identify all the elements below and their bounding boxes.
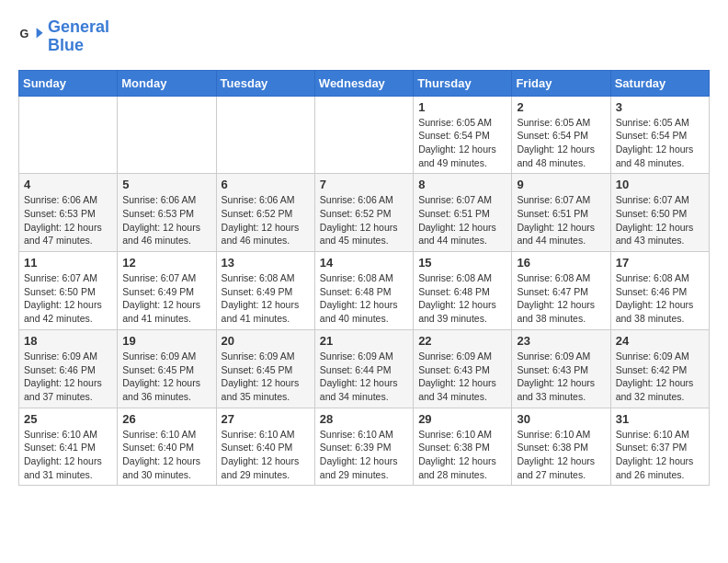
day-number: 1 [418,100,506,114]
day-info: Sunrise: 6:10 AM Sunset: 6:37 PM Dayligh… [616,428,704,482]
calendar-cell: 2Sunrise: 6:05 AM Sunset: 6:54 PM Daylig… [512,96,610,174]
day-info: Sunrise: 6:10 AM Sunset: 6:39 PM Dayligh… [320,428,408,482]
svg-text:G: G [19,28,28,40]
day-info: Sunrise: 6:07 AM Sunset: 6:50 PM Dayligh… [24,271,112,326]
calendar-cell: 19Sunrise: 6:09 AM Sunset: 6:45 PM Dayli… [118,329,216,408]
calendar-header-row: SundayMondayTuesdayWednesdayThursdayFrid… [19,70,710,96]
calendar-cell: 14Sunrise: 6:08 AM Sunset: 6:48 PM Dayli… [314,252,413,330]
day-info: Sunrise: 6:07 AM Sunset: 6:49 PM Dayligh… [122,271,210,326]
calendar-cell: 8Sunrise: 6:07 AM Sunset: 6:51 PM Daylig… [414,174,512,252]
calendar-cell: 5Sunrise: 6:06 AM Sunset: 6:53 PM Daylig… [118,174,216,252]
weekday-header: Friday [512,70,610,96]
day-info: Sunrise: 6:05 AM Sunset: 6:54 PM Dayligh… [418,116,506,170]
day-info: Sunrise: 6:08 AM Sunset: 6:47 PM Dayligh… [517,271,605,326]
calendar-week-row: 1Sunrise: 6:05 AM Sunset: 6:54 PM Daylig… [19,96,710,174]
calendar-cell: 29Sunrise: 6:10 AM Sunset: 6:38 PM Dayli… [414,408,512,486]
calendar-cell: 12Sunrise: 6:07 AM Sunset: 6:49 PM Dayli… [118,252,216,330]
day-number: 2 [517,100,605,114]
day-number: 18 [24,334,112,348]
day-info: Sunrise: 6:09 AM Sunset: 6:46 PM Dayligh… [24,350,112,404]
calendar-cell: 7Sunrise: 6:06 AM Sunset: 6:52 PM Daylig… [314,174,413,252]
weekday-header: Monday [118,70,216,96]
calendar-cell [19,96,118,174]
day-number: 7 [320,178,408,191]
day-info: Sunrise: 6:10 AM Sunset: 6:38 PM Dayligh… [517,428,605,482]
day-number: 17 [616,256,704,270]
calendar-cell: 3Sunrise: 6:05 AM Sunset: 6:54 PM Daylig… [610,96,709,174]
calendar-cell: 28Sunrise: 6:10 AM Sunset: 6:39 PM Dayli… [314,408,413,486]
day-number: 14 [320,256,408,270]
day-number: 11 [24,256,112,270]
calendar-cell: 20Sunrise: 6:09 AM Sunset: 6:45 PM Dayli… [216,329,314,408]
day-info: Sunrise: 6:06 AM Sunset: 6:53 PM Dayligh… [24,193,112,247]
calendar-week-row: 25Sunrise: 6:10 AM Sunset: 6:41 PM Dayli… [19,408,710,486]
day-info: Sunrise: 6:08 AM Sunset: 6:46 PM Dayligh… [616,271,704,326]
page-header: G General Blue [18,18,710,55]
day-info: Sunrise: 6:05 AM Sunset: 6:54 PM Dayligh… [616,116,704,170]
calendar-cell: 26Sunrise: 6:10 AM Sunset: 6:40 PM Dayli… [118,408,216,486]
weekday-header: Tuesday [216,70,314,96]
weekday-header: Sunday [19,70,118,96]
calendar-cell: 31Sunrise: 6:10 AM Sunset: 6:37 PM Dayli… [610,408,709,486]
calendar-cell: 6Sunrise: 6:06 AM Sunset: 6:52 PM Daylig… [216,174,314,252]
day-number: 23 [517,334,605,348]
calendar-week-row: 11Sunrise: 6:07 AM Sunset: 6:50 PM Dayli… [19,252,710,330]
calendar-cell: 9Sunrise: 6:07 AM Sunset: 6:51 PM Daylig… [512,174,610,252]
calendar-cell: 1Sunrise: 6:05 AM Sunset: 6:54 PM Daylig… [414,96,512,174]
weekday-header: Wednesday [314,70,413,96]
calendar-cell: 30Sunrise: 6:10 AM Sunset: 6:38 PM Dayli… [512,408,610,486]
day-number: 4 [24,178,112,191]
calendar-cell: 22Sunrise: 6:09 AM Sunset: 6:43 PM Dayli… [414,329,512,408]
day-number: 24 [616,334,704,348]
day-number: 28 [320,412,408,426]
calendar-cell [314,96,413,174]
day-number: 21 [320,334,408,348]
day-info: Sunrise: 6:09 AM Sunset: 6:45 PM Dayligh… [122,350,210,404]
calendar-cell: 27Sunrise: 6:10 AM Sunset: 6:40 PM Dayli… [216,408,314,486]
logo: G General Blue [18,18,109,55]
calendar-cell [216,96,314,174]
day-number: 19 [122,334,210,348]
day-info: Sunrise: 6:06 AM Sunset: 6:52 PM Dayligh… [320,193,408,247]
svg-marker-1 [37,28,43,38]
calendar-week-row: 4Sunrise: 6:06 AM Sunset: 6:53 PM Daylig… [19,174,710,252]
day-number: 12 [122,256,210,270]
calendar-week-row: 18Sunrise: 6:09 AM Sunset: 6:46 PM Dayli… [19,329,710,408]
day-number: 20 [222,334,310,348]
day-number: 30 [517,412,605,426]
day-number: 31 [616,412,704,426]
day-info: Sunrise: 6:09 AM Sunset: 6:44 PM Dayligh… [320,350,408,404]
day-info: Sunrise: 6:09 AM Sunset: 6:43 PM Dayligh… [517,350,605,404]
day-info: Sunrise: 6:09 AM Sunset: 6:45 PM Dayligh… [222,350,310,404]
day-info: Sunrise: 6:06 AM Sunset: 6:53 PM Dayligh… [122,193,210,247]
calendar-cell: 24Sunrise: 6:09 AM Sunset: 6:42 PM Dayli… [610,329,709,408]
day-number: 10 [616,178,704,191]
calendar-cell: 10Sunrise: 6:07 AM Sunset: 6:50 PM Dayli… [610,174,709,252]
day-info: Sunrise: 6:05 AM Sunset: 6:54 PM Dayligh… [517,116,605,170]
day-info: Sunrise: 6:08 AM Sunset: 6:48 PM Dayligh… [320,271,408,326]
day-number: 27 [222,412,310,426]
day-info: Sunrise: 6:09 AM Sunset: 6:43 PM Dayligh… [418,350,506,404]
calendar-cell: 13Sunrise: 6:08 AM Sunset: 6:49 PM Dayli… [216,252,314,330]
day-info: Sunrise: 6:10 AM Sunset: 6:38 PM Dayligh… [418,428,506,482]
day-info: Sunrise: 6:08 AM Sunset: 6:48 PM Dayligh… [418,271,506,326]
calendar-cell: 23Sunrise: 6:09 AM Sunset: 6:43 PM Dayli… [512,329,610,408]
day-number: 5 [122,178,210,191]
day-info: Sunrise: 6:07 AM Sunset: 6:50 PM Dayligh… [616,193,704,247]
calendar-cell: 18Sunrise: 6:09 AM Sunset: 6:46 PM Dayli… [19,329,118,408]
day-number: 29 [418,412,506,426]
day-info: Sunrise: 6:10 AM Sunset: 6:40 PM Dayligh… [222,428,310,482]
day-number: 9 [517,178,605,191]
day-number: 13 [222,256,310,270]
day-info: Sunrise: 6:07 AM Sunset: 6:51 PM Dayligh… [418,193,506,247]
day-number: 25 [24,412,112,426]
day-number: 8 [418,178,506,191]
calendar-cell: 4Sunrise: 6:06 AM Sunset: 6:53 PM Daylig… [19,174,118,252]
logo-icon: G [18,24,44,50]
day-info: Sunrise: 6:08 AM Sunset: 6:49 PM Dayligh… [222,271,310,326]
weekday-header: Thursday [414,70,512,96]
day-number: 26 [122,412,210,426]
day-number: 6 [222,178,310,191]
day-number: 15 [418,256,506,270]
calendar-table: SundayMondayTuesdayWednesdayThursdayFrid… [18,70,710,487]
